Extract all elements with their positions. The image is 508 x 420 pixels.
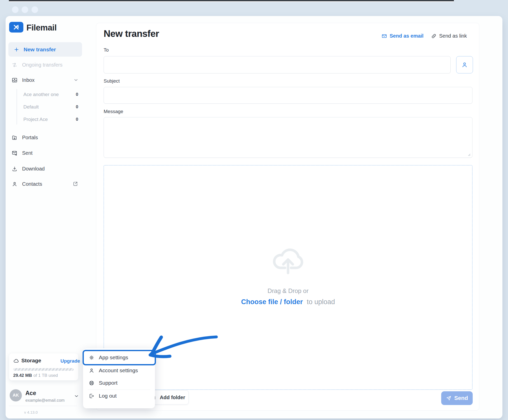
dropzone-content: Drag & Drop or Choose file / folder to u… <box>104 165 472 306</box>
subject-label: Subject <box>104 78 120 84</box>
portals-label: Portals <box>22 135 38 141</box>
browser-top-highlight <box>9 1 454 2</box>
annotation-arrow <box>138 319 258 370</box>
link-icon <box>431 33 437 39</box>
sidebar-item-portals[interactable]: Portals <box>12 132 83 143</box>
inbox-indent-line <box>17 89 17 125</box>
brand-name: Filemail <box>26 23 57 33</box>
external-link-icon[interactable] <box>73 181 78 186</box>
paper-plane-icon <box>446 396 451 401</box>
storage-usage: 29.42 MBof 1 TB used <box>13 373 58 378</box>
plus-icon <box>13 46 20 53</box>
new-transfer-label: New transfer <box>24 46 56 53</box>
chevron-down-icon[interactable] <box>74 393 79 399</box>
logout-icon <box>89 393 94 399</box>
ongoing-transfers-label: Ongoing transfers <box>22 62 62 68</box>
chevron-down-icon[interactable] <box>73 77 79 83</box>
menu-item-support[interactable]: Support <box>89 377 150 388</box>
inbox-folder-ace-another-one[interactable]: Ace another one 0 <box>23 90 78 99</box>
message-label: Message <box>104 109 123 114</box>
folder-label: Default <box>23 104 39 110</box>
inbox-folder-project-ace[interactable]: Project Ace 0 <box>23 115 78 124</box>
sidebar-divider <box>9 406 77 406</box>
folder-count: 0 <box>76 117 78 122</box>
person-icon <box>461 61 468 68</box>
avatar-initials: AK <box>13 393 19 398</box>
support-icon <box>89 380 94 386</box>
send-as-link-toggle[interactable]: Send as link <box>431 33 467 39</box>
dropzone-line2-suffix: to upload <box>307 298 335 306</box>
app-version: v 4.13.0 <box>24 410 38 414</box>
envelope-icon <box>382 33 387 39</box>
person-icon <box>89 368 94 374</box>
storage-progress-bar <box>13 368 74 371</box>
contacts-icon <box>12 181 18 187</box>
sidebar-item-inbox[interactable]: Inbox <box>12 75 83 85</box>
sent-label: Sent <box>22 150 33 156</box>
menu-item-label: Account settings <box>99 367 138 374</box>
inbox-label: Inbox <box>22 77 35 83</box>
inbox-folder-default[interactable]: Default 0 <box>23 102 78 112</box>
resize-handle-icon[interactable] <box>467 152 471 157</box>
add-folder-label: Add folder <box>160 395 185 400</box>
contacts-label: Contacts <box>22 181 42 187</box>
account-email: example@email.com <box>25 398 65 403</box>
cloud-icon <box>13 358 19 364</box>
to-label: To <box>104 47 109 53</box>
message-textarea[interactable] <box>104 117 472 158</box>
storage-label: Storage <box>21 357 41 364</box>
to-input[interactable] <box>104 56 451 73</box>
transfers-icon <box>12 62 18 68</box>
subject-input[interactable] <box>104 87 472 104</box>
upload-cloud-icon <box>270 243 306 278</box>
portals-icon <box>12 135 18 141</box>
sidebar-item-download[interactable]: Download <box>12 164 83 174</box>
download-label: Download <box>22 166 45 172</box>
window-dot[interactable] <box>31 6 38 13</box>
folder-count: 0 <box>76 92 78 97</box>
avatar: AK <box>10 389 22 401</box>
sidebar-item-new-transfer[interactable]: New transfer <box>8 42 82 57</box>
menu-item-log-out[interactable]: Log out <box>89 390 150 401</box>
storage-quota: of 1 TB used <box>34 373 58 378</box>
page-title: New transfer <box>104 28 159 39</box>
choose-file-link[interactable]: Choose file / folder <box>241 298 303 306</box>
app-logo <box>9 22 23 33</box>
send-as-link-label: Send as link <box>439 33 467 39</box>
folder-label: Project Ace <box>23 117 48 122</box>
storage-used: 29.42 MB <box>13 373 32 378</box>
dropzone-line1: Drag & Drop or <box>267 287 308 294</box>
sidebar-item-ongoing-transfers[interactable]: Ongoing transfers <box>12 60 83 70</box>
send-as-email-toggle[interactable]: Send as email <box>382 33 423 39</box>
filemail-app: Filemail New transfer Ongoing transfers … <box>0 0 508 420</box>
menu-item-label: Log out <box>99 393 117 399</box>
menu-item-label: Support <box>99 380 118 386</box>
sidebar-item-sent[interactable]: Sent <box>12 148 83 158</box>
folder-count: 0 <box>76 104 78 110</box>
add-contact-button[interactable] <box>456 56 473 73</box>
inbox-icon <box>12 77 18 83</box>
folder-label: Ace another one <box>23 92 59 97</box>
send-label: Send <box>454 395 468 401</box>
upgrade-link[interactable]: Upgrade <box>60 358 80 364</box>
account-name: Ace <box>25 390 36 397</box>
send-as-email-label: Send as email <box>390 33 423 39</box>
download-icon <box>12 166 18 172</box>
sidebar-item-contacts[interactable]: Contacts <box>12 179 83 189</box>
menu-divider <box>88 390 150 390</box>
send-button[interactable]: Send <box>441 391 473 405</box>
window-dot[interactable] <box>12 6 19 13</box>
window-dot[interactable] <box>22 6 28 13</box>
paperclip-logo-icon <box>12 23 21 31</box>
sent-icon <box>12 150 18 156</box>
